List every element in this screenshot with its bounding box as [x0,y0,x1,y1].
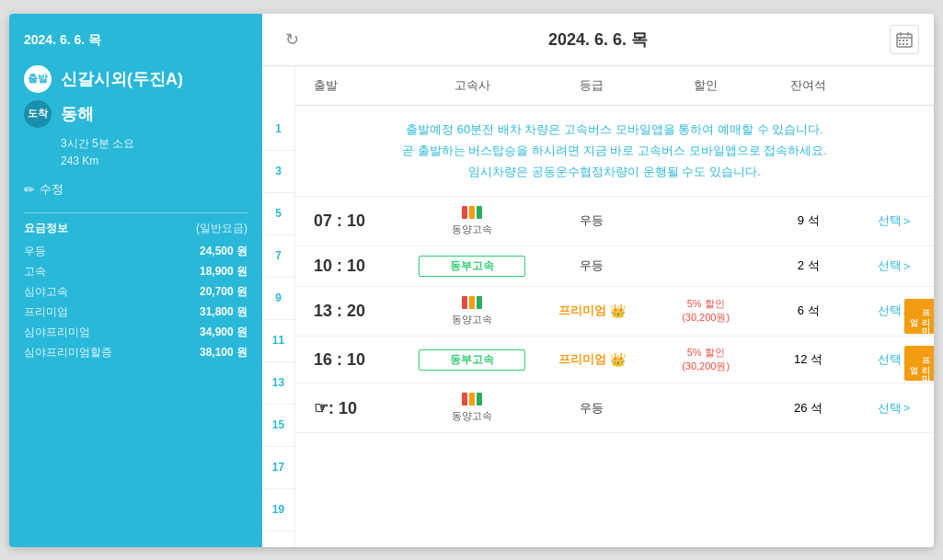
crown-icon: 👑 [610,352,626,367]
grade-cell: 우등 [535,246,649,286]
dongyoung-logo: 동양고속 [419,393,525,423]
discount-cell: 5% 할인(30,200원) [649,286,763,336]
arrive-badge: 도착 [24,100,52,128]
fare-row: 고속18,900 원 [24,264,247,280]
grade-cell: 프리미엄👑 [535,336,649,383]
company-cell: 동부고속 [409,336,535,383]
main-body: 1357911131517192123 출발 고속사 등급 할인 잔여석 [262,66,934,547]
route-info: 3시간 5분 소요 243 Km [61,135,247,170]
fare-name: 심야프리미엄할증 [24,345,112,360]
company-name: 동양고속 [452,223,492,236]
select-button[interactable]: 선택 [863,257,925,274]
company-cell: 동양고속 [409,286,535,336]
schedule-table: 출발 고속사 등급 할인 잔여석 출발예정 60분전 배차 차량은 고속버스 모… [295,66,934,434]
arrive-name: 동해 [61,103,94,125]
fare-row: 프리미엄31,800 원 [24,304,247,320]
premium-ribbon: 프리미엄 [904,346,934,381]
refresh-button[interactable]: ↻ [277,25,306,54]
app-container: 2024. 6. 6. 목 출발 신갈시외(두진A) 도착 동해 3시간 5분 … [9,14,934,547]
fare-amount: 38,100 원 [200,345,247,360]
row-number: 17 [262,447,294,489]
logo-dongyoung [462,206,482,219]
dongyoung-logo: 동양고속 [419,206,525,236]
company-name: 동양고속 [452,409,492,423]
row-number: 3 [262,151,294,193]
logo-dongyoung [462,296,482,309]
select-cell: 선택 [854,246,934,286]
fare-amount: 31,800 원 [200,304,247,320]
notice-text: 출발예정 60분전 배차 차량은 고속버스 모바일앱을 통하여 예매할 수 있습… [314,119,915,183]
seats-cell: 9 석 [763,196,854,246]
discount-cell [649,383,763,433]
fare-list: 우등24,500 원고속18,900 원심야고속20,700 원프리미엄31,8… [24,244,247,360]
col-depart: 출발 [295,66,409,106]
fare-row: 심야프리미엄할증38,100 원 [24,345,247,360]
dongyoung-logo: 동양고속 [419,296,525,326]
calendar-button[interactable] [890,25,919,54]
dongbu-logo: 동부고속 [419,349,525,371]
company-cell: 동양고속 [409,196,535,246]
seats-cell: 2 석 [763,246,854,286]
notice-row: 출발예정 60분전 배차 차량은 고속버스 모바일앱을 통하여 예매할 수 있습… [295,105,934,196]
edit-label: 수정 [40,181,63,198]
table-row: 07 : 10 동양고속 우등9 석선택 [295,196,934,246]
row-number: 11 [262,320,294,362]
grade-cell: 우등 [535,383,649,433]
grade-uedeung: 우등 [580,213,604,227]
dongbu-logo: 동부고속 [419,256,525,277]
fare-name: 우등 [24,244,46,259]
row-numbers: 1357911131517192123 [262,66,295,547]
discount-text: 5% 할인(30,200원) [658,297,753,326]
seats-cell: 12 석 [763,336,854,383]
arrive-row: 도착 동해 [24,100,247,128]
time-cell: 16 : 10 [295,336,409,383]
svg-rect-5 [903,40,904,41]
select-button[interactable]: 선택 [863,400,925,417]
main-area: ↻ 2024. 6. 6. 목 13579 [262,14,934,547]
distance: 243 Km [61,153,247,170]
sidebar-date: 2024. 6. 6. 목 [24,32,247,49]
fare-name: 심야프리미엄 [24,325,90,340]
row-number: 21 [262,531,294,547]
company-cell: 동부고속 [409,246,535,286]
sidebar: 2024. 6. 6. 목 출발 신갈시외(두진A) 도착 동해 3시간 5분 … [9,14,262,547]
select-cell: 선택 [854,196,934,246]
table-row: 13 : 20 동양고속 프리미엄👑5% 할인(30,200원)6 석선택프리미… [295,286,934,336]
sidebar-route: 출발 신갈시외(두진A) 도착 동해 3시간 5분 소요 243 Km [24,65,247,170]
time-cell: 07 : 10 [295,196,409,246]
svg-rect-6 [906,40,908,41]
fare-name: 프리미엄 [24,304,68,320]
seats-cell: 26 석 [763,383,854,433]
svg-rect-4 [899,40,901,41]
depart-badge: 출발 [24,65,52,93]
fare-sub: (일반요금) [196,221,247,236]
edit-button[interactable]: ✏ 수정 [24,181,247,198]
depart-row: 출발 신갈시외(두진A) [24,65,247,93]
row-number: 13 [262,362,294,405]
grade-uedeung: 우등 [580,401,604,415]
edit-icon: ✏ [24,182,35,197]
fare-amount: 34,900 원 [200,325,247,340]
select-button[interactable]: 선택 [863,212,925,229]
fare-title: 요금정보 [24,221,68,236]
row-number: 5 [262,193,294,235]
main-title: 2024. 6. 6. 목 [548,29,648,51]
table-row: ☞: 10 동양고속 우등26 석선택 [295,383,934,433]
crown-icon: 👑 [610,303,626,318]
svg-rect-8 [903,43,904,45]
seats-cell: 6 석 [763,286,854,336]
discount-cell: 5% 할인(30,200원) [649,336,763,383]
fare-amount: 18,900 원 [200,264,247,280]
select-cell: 선택 [854,383,934,433]
table-header-row: 출발 고속사 등급 할인 잔여석 [295,66,934,106]
schedule-area: 출발 고속사 등급 할인 잔여석 출발예정 60분전 배차 차량은 고속버스 모… [295,66,934,547]
table-row: 16 : 10동부고속프리미엄👑5% 할인(30,200원)12 석선택프리미엄 [295,336,934,383]
grade-premium: 프리미엄👑 [544,303,639,319]
grade-label: 프리미엄 [558,351,606,368]
fare-title-row: 요금정보 (일반요금) [24,221,247,236]
col-select [854,66,934,106]
grade-premium: 프리미엄👑 [544,351,639,368]
row-number: 19 [262,489,294,531]
row-number: 9 [262,278,294,320]
grade-uedeung: 우등 [580,258,604,272]
